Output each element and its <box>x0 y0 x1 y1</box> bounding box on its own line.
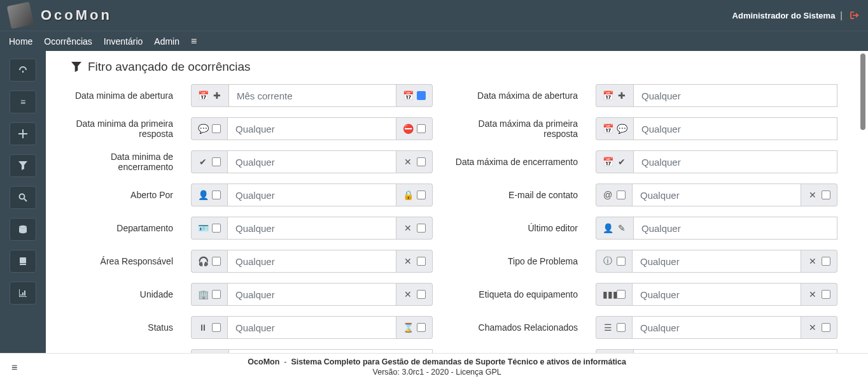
addon-barcode[interactable]: ▮▮▮ <box>596 283 632 306</box>
addon-x-7[interactable]: ✕ <box>801 283 837 306</box>
checkbox-5[interactable] <box>212 190 221 199</box>
addon-x-2[interactable]: ✕ <box>801 183 837 206</box>
data-min-abertura-input[interactable]: Mês corrente <box>228 84 396 107</box>
addon-user-lock[interactable]: 🔒 <box>396 183 433 206</box>
addon-x[interactable]: ✕ <box>396 150 433 173</box>
sidebar-search[interactable] <box>10 186 36 209</box>
logout-icon[interactable] <box>848 10 859 20</box>
checkbox-4[interactable] <box>417 157 426 166</box>
checkbox-7[interactable] <box>617 190 626 199</box>
chamados-relacionados-input[interactable]: Qualquer <box>632 316 801 339</box>
etiqueta-equipamento-input[interactable]: Qualquer <box>632 283 801 306</box>
checkbox-14[interactable] <box>822 257 830 266</box>
checkbox-8[interactable] <box>822 190 830 199</box>
unidade-input[interactable]: Qualquer <box>227 283 396 306</box>
addon-user[interactable]: 👤 <box>191 183 227 206</box>
checkbox-13[interactable] <box>617 257 626 266</box>
sidebar-chart[interactable] <box>10 282 36 305</box>
addon-x-3[interactable]: ✕ <box>396 217 433 240</box>
ultimo-editor-input[interactable]: Qualquer <box>633 217 837 240</box>
field-status: ⏸ Qualquer ⌛ <box>191 316 433 339</box>
addon-sla-sol[interactable]: ⏱✔ <box>596 349 633 353</box>
user-icon: 👤 <box>198 190 208 200</box>
addon-headset[interactable]: 🎧 <box>191 250 227 273</box>
footer-menu-icon[interactable]: ≡ <box>11 362 17 373</box>
checkbox-1[interactable] <box>212 124 221 133</box>
addon-check[interactable]: ✔ <box>191 150 227 173</box>
aberto-por-input[interactable]: Qualquer <box>227 183 396 206</box>
checkbox-20[interactable] <box>417 323 426 332</box>
sidebar-list[interactable]: ≡ <box>10 90 36 113</box>
checkbox-2[interactable] <box>417 124 426 133</box>
plus-icon: ✚ <box>212 90 222 101</box>
checkbox-12[interactable] <box>417 257 426 266</box>
addon-comment[interactable]: 💬 <box>191 117 227 140</box>
nav-home[interactable]: Home <box>9 36 32 47</box>
addon-building[interactable]: 🏢 <box>191 283 227 306</box>
sidebar-database[interactable] <box>10 218 36 241</box>
addon-cal-check[interactable]: 📅 <box>396 84 433 107</box>
scrollbar[interactable] <box>860 54 865 130</box>
addon-comment-slash[interactable]: ⛔ <box>396 117 433 140</box>
data-min-primeira-resposta-input[interactable]: Qualquer <box>227 117 396 140</box>
sidebar-dashboard[interactable] <box>10 59 36 82</box>
sla-resposta-input[interactable]: Qualquer <box>228 349 433 353</box>
addon-list[interactable]: ☰ <box>596 316 632 339</box>
status-input[interactable]: Qualquer <box>227 316 396 339</box>
addon-user-edit[interactable]: 👤✎ <box>596 217 633 240</box>
sla-solucao-input[interactable]: Qualquer <box>633 349 837 353</box>
checkbox-21[interactable] <box>617 323 626 332</box>
data-max-abertura-input[interactable]: Qualquer <box>633 84 837 107</box>
addon-x-8[interactable]: ✕ <box>801 316 837 339</box>
addon-x-6[interactable]: ✕ <box>396 283 433 306</box>
tipo-problema-input[interactable]: Qualquer <box>632 250 801 273</box>
data-max-primeira-resposta-input[interactable]: Qualquer <box>633 117 837 140</box>
addon-cal-check-2[interactable]: 📅✔ <box>596 150 633 173</box>
checkbox-17[interactable] <box>617 290 626 299</box>
check-icon: ✔ <box>198 157 208 167</box>
addon-cal-comment[interactable]: 📅💬 <box>596 117 633 140</box>
addon-info[interactable]: ⓘ <box>596 250 632 273</box>
addon-hourglass[interactable]: ⌛ <box>396 316 433 339</box>
checkbox-9[interactable] <box>212 224 221 233</box>
addon-id[interactable]: 🪪 <box>191 217 227 240</box>
checkbox-18[interactable] <box>822 290 830 299</box>
checkbox-19[interactable] <box>212 323 221 332</box>
sidebar-add[interactable] <box>10 122 36 145</box>
addon-at[interactable]: @ <box>596 183 632 206</box>
addon-pause[interactable]: ⏸ <box>191 316 227 339</box>
checkbox-10[interactable] <box>417 224 426 233</box>
nav-menu-icon[interactable]: ≡ <box>191 36 197 47</box>
checkbox-22[interactable] <box>822 323 830 332</box>
nav-admin[interactable]: Admin <box>154 36 179 47</box>
email-contato-input[interactable]: Qualquer <box>632 183 801 206</box>
checkbox-11[interactable] <box>212 257 221 266</box>
checkbox-3[interactable] <box>212 157 221 166</box>
topbar: OcoMon Administrador do Sistema | <box>0 0 868 31</box>
field-data-min-abertura: 📅✚ Mês corrente 📅 <box>191 84 433 107</box>
checkbox-6[interactable] <box>417 190 426 199</box>
checkbox-16[interactable] <box>417 290 426 299</box>
addon-calendar-plus[interactable]: 📅✚ <box>191 84 228 107</box>
addon-sla[interactable]: ⏱💬 <box>191 349 228 353</box>
field-data-max-encerramento: 📅✔ Qualquer <box>596 150 837 173</box>
addon-x-5[interactable]: ✕ <box>801 250 837 273</box>
addon-calendar-plus-2[interactable]: 📅✚ <box>596 84 633 107</box>
field-aberto-por: 👤 Qualquer 🔒 <box>191 183 433 206</box>
sidebar-filter[interactable] <box>10 154 36 177</box>
label-chamados-relacionados: Chamados Relacionados <box>451 322 578 333</box>
area-responsavel-input[interactable]: Qualquer <box>227 250 396 273</box>
nav-inventario[interactable]: Inventário <box>104 36 143 47</box>
checkbox-15[interactable] <box>212 290 221 299</box>
sidebar-book[interactable] <box>10 250 36 273</box>
data-max-encerramento-input[interactable]: Qualquer <box>633 150 837 173</box>
departamento-input[interactable]: Qualquer <box>227 217 396 240</box>
nav-ocorrencias[interactable]: Ocorrências <box>44 36 92 47</box>
content-panel: Fitro avançado de ocorrências Data minim… <box>46 51 868 353</box>
no-date-min-abertura-checkbox[interactable] <box>417 91 426 100</box>
addon-x-4[interactable]: ✕ <box>396 250 433 273</box>
label-departamento: Departamento <box>59 223 173 233</box>
data-min-encerramento-input[interactable]: Qualquer <box>227 150 396 173</box>
label-data-min-encerramento: Data minima de encerramento <box>59 152 173 172</box>
label-status: Status <box>59 322 173 333</box>
